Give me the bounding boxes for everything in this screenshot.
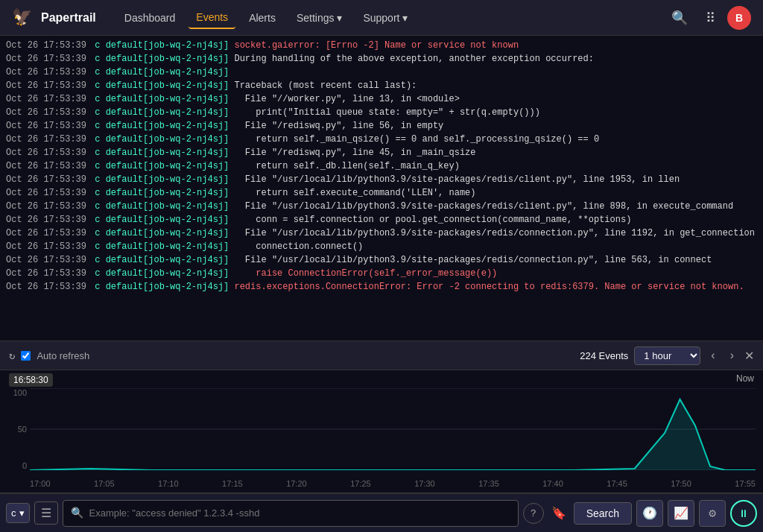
log-message: return self._main_qsize() == 0 and self.…	[229, 133, 599, 146]
log-timestamp: Oct 26 17:53:39	[6, 92, 86, 106]
nav-dashboard[interactable]: Dashboard	[117, 7, 183, 28]
bookmark-button[interactable]: 🔖	[548, 503, 569, 523]
log-message: print("Initial queue state: empty=" + st…	[229, 106, 540, 119]
log-line: Oct 26 17:53:39 c default[job-wq-2-nj4sj…	[6, 227, 757, 240]
history-button[interactable]: 🕐	[636, 500, 663, 527]
log-source: c default[job-wq-2-nj4sj]	[89, 66, 229, 79]
nav-settings[interactable]: Settings ▾	[289, 7, 349, 28]
pause-button[interactable]: ⏸	[730, 500, 757, 527]
log-message: raise ConnectionError(self._error_messag…	[229, 267, 497, 280]
log-line: Oct 26 17:53:39 c default[job-wq-2-nj4sj…	[6, 200, 757, 213]
log-source: c default[job-wq-2-nj4sj]	[89, 133, 229, 146]
x-axis-label: 17:55	[735, 479, 756, 488]
next-range-button[interactable]: ›	[726, 347, 738, 364]
log-source: c default[job-wq-2-nj4sj]	[89, 253, 229, 267]
x-axis-label: 17:50	[671, 479, 691, 488]
log-message: File "/rediswq.py", line 45, in _main_qs…	[229, 146, 475, 159]
help-button[interactable]: ?	[523, 503, 544, 524]
auto-refresh-label: Auto refresh	[37, 350, 89, 361]
log-message: return self._db.llen(self._main_q_key)	[229, 159, 460, 173]
grid-nav-button[interactable]: ⠿	[700, 7, 721, 29]
auto-refresh-checkbox[interactable]	[21, 351, 31, 361]
x-axis-label: 17:40	[542, 479, 563, 488]
close-chart-button[interactable]: ✕	[744, 349, 754, 363]
app-title: Papertrail	[41, 11, 96, 25]
log-source: c default[job-wq-2-nj4sj]	[89, 39, 229, 52]
log-source: c default[job-wq-2-nj4sj]	[89, 186, 229, 200]
log-timestamp: Oct 26 17:53:39	[6, 200, 86, 213]
log-message: File "//worker.py", line 13, in <module>	[229, 92, 460, 106]
log-timestamp: Oct 26 17:53:39	[6, 240, 86, 253]
log-timestamp: Oct 26 17:53:39	[6, 186, 86, 200]
log-source: c default[job-wq-2-nj4sj]	[89, 159, 229, 173]
log-message: socket.gaierror: [Errno -2] Name or serv…	[229, 39, 519, 52]
log-source: c default[job-wq-2-nj4sj]	[89, 52, 229, 66]
log-source: c default[job-wq-2-nj4sj]	[89, 200, 229, 213]
log-line: Oct 26 17:53:39 c default[job-wq-2-nj4sj…	[6, 146, 757, 159]
chart-svg	[0, 370, 763, 470]
log-timestamp: Oct 26 17:53:39	[6, 173, 86, 186]
log-source: c default[job-wq-2-nj4sj]	[89, 213, 229, 227]
analytics-button[interactable]: 📈	[668, 500, 694, 527]
nav-events[interactable]: Events	[189, 7, 235, 29]
x-axis-label: 17:10	[158, 479, 179, 488]
user-avatar-button[interactable]: B	[727, 6, 751, 30]
log-line: Oct 26 17:53:39 c default[job-wq-2-nj4sj…	[6, 66, 757, 79]
log-message: File "/usr/local/lib/python3.9/site-pack…	[229, 200, 733, 213]
search-bar: c ▾ ☰ 🔍 ? 🔖 Search 🕐 📈 ⚙ ⏸	[0, 493, 763, 532]
log-message: Traceback (most recent call last):	[229, 79, 417, 92]
log-source: c default[job-wq-2-nj4sj]	[89, 79, 229, 92]
nav-alerts[interactable]: Alerts	[241, 7, 283, 28]
log-source: c default[job-wq-2-nj4sj]	[89, 119, 229, 133]
search-input[interactable]	[89, 507, 510, 519]
x-axis-label: 17:25	[350, 479, 371, 488]
log-timestamp: Oct 26 17:53:39	[6, 280, 86, 294]
log-message: conn = self.connection or pool.get_conne…	[229, 213, 631, 227]
log-line: Oct 26 17:53:39 c default[job-wq-2-nj4sj…	[6, 39, 757, 52]
log-source: c default[job-wq-2-nj4sj]	[89, 146, 229, 159]
log-message: File "/usr/local/lib/python3.9/site-pack…	[229, 173, 680, 186]
log-line: Oct 26 17:53:39 c default[job-wq-2-nj4sj…	[6, 106, 757, 119]
search-nav-button[interactable]: 🔍	[665, 7, 694, 29]
log-source: c default[job-wq-2-nj4sj]	[89, 173, 229, 186]
log-source: c default[job-wq-2-nj4sj]	[89, 92, 229, 106]
log-timestamp: Oct 26 17:53:39	[6, 106, 86, 119]
log-timestamp: Oct 26 17:53:39	[6, 253, 86, 267]
event-bar: ↻ Auto refresh 224 Events 1 hour 6 hours…	[0, 341, 763, 370]
chart-area: 16:58:30 Now 100 50 0 17:0017:0517:1017:…	[0, 370, 763, 493]
log-line: Oct 26 17:53:39 c default[job-wq-2-nj4sj…	[6, 119, 757, 133]
log-timestamp: Oct 26 17:53:39	[6, 146, 86, 159]
log-timestamp: Oct 26 17:53:39	[6, 133, 86, 146]
refresh-icon[interactable]: ↻	[9, 349, 15, 362]
log-message: redis.exceptions.ConnectionError: Error …	[229, 280, 744, 294]
x-axis: 17:0017:0517:1017:1517:2017:2517:3017:35…	[30, 479, 756, 488]
log-line: Oct 26 17:53:39 c default[job-wq-2-nj4sj…	[6, 52, 757, 66]
log-timestamp: Oct 26 17:53:39	[6, 227, 86, 240]
x-axis-label: 17:05	[94, 479, 115, 488]
log-source: c default[job-wq-2-nj4sj]	[89, 240, 229, 253]
log-timestamp: Oct 26 17:53:39	[6, 79, 86, 92]
log-timestamp: Oct 26 17:53:39	[6, 159, 86, 173]
hamburger-button[interactable]: ☰	[34, 501, 58, 525]
log-line: Oct 26 17:53:39 c default[job-wq-2-nj4sj…	[6, 173, 757, 186]
log-source: c default[job-wq-2-nj4sj]	[89, 280, 229, 294]
x-axis-label: 17:45	[607, 479, 627, 488]
search-icon: 🔍	[71, 507, 83, 519]
x-axis-label: 17:30	[414, 479, 435, 488]
search-button[interactable]: Search	[574, 502, 632, 525]
log-source: c default[job-wq-2-nj4sj]	[89, 106, 229, 119]
log-line: Oct 26 17:53:39 c default[job-wq-2-nj4sj…	[6, 186, 757, 200]
nav-support[interactable]: Support ▾	[355, 7, 415, 28]
log-line: Oct 26 17:53:39 c default[job-wq-2-nj4sj…	[6, 79, 757, 92]
prev-range-button[interactable]: ‹	[706, 347, 719, 364]
settings-button[interactable]: ⚙	[699, 500, 726, 527]
top-nav: 🦅 Papertrail Dashboard Events Alerts Set…	[0, 0, 763, 36]
time-range-select[interactable]: 1 hour 6 hours 24 hours	[634, 346, 700, 365]
log-timestamp: Oct 26 17:53:39	[6, 52, 86, 66]
x-axis-label: 17:15	[222, 479, 243, 488]
log-message: File "/usr/local/lib/python3.9/site-pack…	[229, 253, 712, 267]
source-select[interactable]: c ▾	[6, 503, 30, 523]
log-timestamp: Oct 26 17:53:39	[6, 39, 86, 52]
log-source: c default[job-wq-2-nj4sj]	[89, 267, 229, 280]
log-line: Oct 26 17:53:39 c default[job-wq-2-nj4sj…	[6, 133, 757, 146]
